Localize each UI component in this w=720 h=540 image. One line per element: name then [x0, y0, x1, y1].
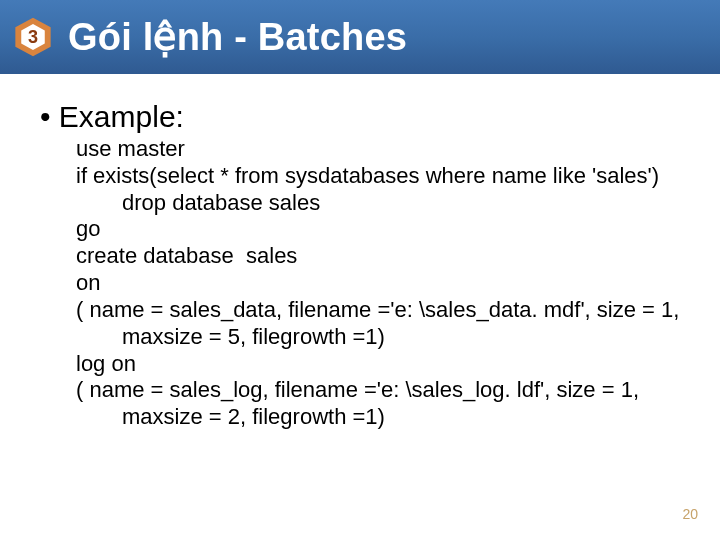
code-line: on — [76, 270, 690, 297]
code-line: if exists(select * from sysdatabases whe… — [76, 163, 690, 217]
code-line: go — [76, 216, 690, 243]
bullet-example-label: Example: — [40, 100, 690, 134]
code-line: ( name = sales_data, filename ='e: \sale… — [76, 297, 690, 351]
slide-content: Example: use master if exists(select * f… — [0, 74, 720, 431]
code-line: use master — [76, 136, 690, 163]
slide-title: Gói lệnh - Batches — [68, 15, 407, 59]
slide-header: 3 Gói lệnh - Batches — [0, 0, 720, 74]
page-number: 20 — [682, 506, 698, 522]
badge-number: 3 — [28, 28, 38, 46]
code-block: use master if exists(select * from sysda… — [76, 136, 690, 431]
code-line: create database sales — [76, 243, 690, 270]
hexagon-badge: 3 — [12, 16, 54, 58]
code-line: ( name = sales_log, filename ='e: \sales… — [76, 377, 690, 431]
code-line: log on — [76, 351, 690, 378]
